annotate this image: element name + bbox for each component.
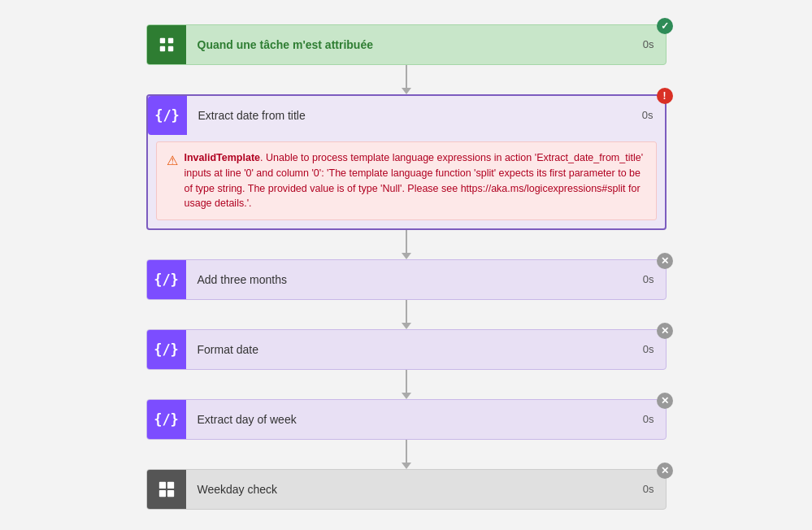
skip-badge-4: ✕ <box>657 463 673 479</box>
svg-rect-1 <box>167 38 172 43</box>
connector-arrow <box>402 253 411 259</box>
success-badge: ✓ <box>657 18 673 34</box>
skip-badge-1: ✕ <box>657 253 673 269</box>
step-format-date-label: Format date <box>186 330 632 369</box>
step-weekday-check-label: Weekday check <box>186 470 632 509</box>
connector-2 <box>402 230 411 259</box>
step-tache-header[interactable]: Quand une tâche m'est attribuée 0s <box>146 24 667 65</box>
step-extract-date-header[interactable]: {/} Extract date from title 0s <box>148 96 665 135</box>
connector-line <box>406 300 407 323</box>
connector-5 <box>402 440 411 469</box>
step-add-three-months-header[interactable]: {/} Add three months 0s <box>146 259 667 300</box>
connector-line <box>406 65 407 88</box>
task-icon <box>147 25 186 64</box>
svg-rect-3 <box>167 46 172 51</box>
skip-badge-3: ✕ <box>657 393 673 409</box>
curly-icon-extract: {/} <box>148 96 187 135</box>
curly-icon-day: {/} <box>147 400 186 439</box>
connector-arrow <box>402 393 411 399</box>
connector-line <box>406 230 407 253</box>
svg-rect-6 <box>158 490 165 497</box>
grid-icon <box>147 470 186 509</box>
step-weekday-check[interactable]: Weekday check 0s ✕ <box>146 469 667 510</box>
connector-line <box>406 440 407 463</box>
error-text: InvalidTemplate. Unable to process templ… <box>185 150 646 211</box>
workflow-container: Quand une tâche m'est attribuée 0s ✓ {/}… <box>146 16 667 530</box>
connector-3 <box>402 300 411 329</box>
step-extract-date[interactable]: {/} Extract date from title 0s ⚠ Invalid… <box>146 94 667 230</box>
step-extract-date-inner: {/} Extract date from title 0s ⚠ Invalid… <box>146 94 667 230</box>
step-extract-day-label: Extract day of week <box>186 400 632 439</box>
svg-rect-5 <box>167 482 173 489</box>
connector-4 <box>402 370 411 399</box>
curly-icon-format: {/} <box>147 330 186 369</box>
curly-icon-add: {/} <box>147 260 186 299</box>
step-format-date-header[interactable]: {/} Format date 0s <box>146 329 667 370</box>
error-title: InvalidTemplate <box>185 152 261 163</box>
connector-1 <box>402 65 411 94</box>
skip-badge-2: ✕ <box>657 323 673 339</box>
step-add-three-months-label: Add three months <box>186 260 632 299</box>
connector-line <box>406 370 407 393</box>
step-extract-day[interactable]: {/} Extract day of week 0s ✕ <box>146 399 667 440</box>
connector-arrow <box>402 323 411 329</box>
svg-rect-7 <box>167 490 173 497</box>
step-tache-label: Quand une tâche m'est attribuée <box>186 25 632 64</box>
step-add-three-months[interactable]: {/} Add three months 0s ✕ <box>146 259 667 300</box>
step-tache[interactable]: Quand une tâche m'est attribuée 0s ✓ <box>146 24 667 65</box>
step-weekday-check-header[interactable]: Weekday check 0s <box>146 469 667 510</box>
warning-icon: ⚠ <box>167 151 178 211</box>
svg-rect-4 <box>158 482 165 489</box>
svg-rect-0 <box>159 38 164 43</box>
svg-rect-2 <box>159 46 164 51</box>
error-box: ⚠ InvalidTemplate. Unable to process tem… <box>156 141 657 220</box>
connector-arrow <box>402 88 411 94</box>
step-extract-day-header[interactable]: {/} Extract day of week 0s <box>146 399 667 440</box>
connector-arrow <box>402 463 411 469</box>
step-extract-date-label: Extract date from title <box>187 96 631 135</box>
step-format-date[interactable]: {/} Format date 0s ✕ <box>146 329 667 370</box>
error-badge: ! <box>657 88 673 104</box>
